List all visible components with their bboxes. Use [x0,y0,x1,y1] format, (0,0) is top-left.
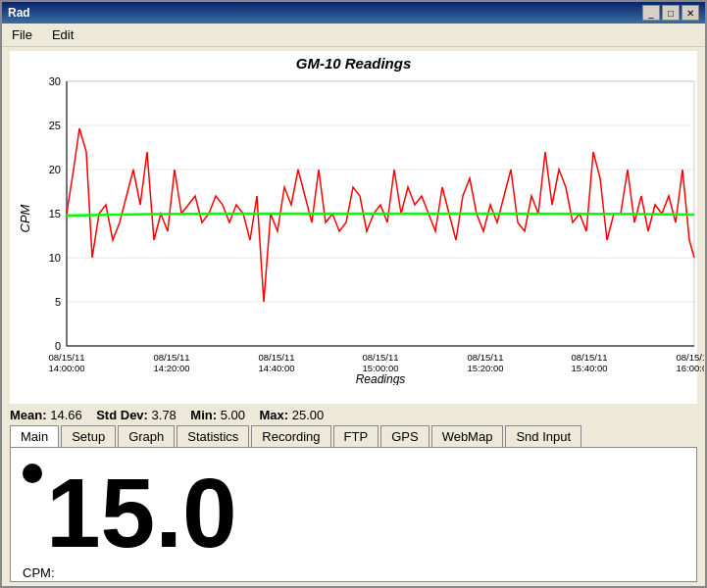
mean-label: Mean: [10,408,47,422]
tab-sndinput[interactable]: Snd Input [505,425,581,448]
chart-area: GM-10 Readings CPM 0 5 10 15 20 [10,51,697,404]
svg-text:15: 15 [49,208,61,220]
svg-text:16:00:00: 16:00:00 [677,363,704,373]
menu-bar: File Edit [2,24,705,47]
window-controls: _ □ ✕ [642,5,699,21]
mean-value: 14.66 [50,408,82,422]
svg-text:08/15/11: 08/15/11 [468,352,504,363]
tab-recording[interactable]: Recording [251,425,330,448]
svg-text:0: 0 [55,340,61,352]
tab-webmap[interactable]: WebMap [431,425,504,448]
tab-statistics[interactable]: Statistics [177,425,249,448]
dot-indicator [23,464,42,483]
main-display: 15.0 CPM: [11,448,696,581]
title-bar: Rad _ □ ✕ [2,2,705,24]
tab-gps[interactable]: GPS [380,425,429,448]
tab-content: 15.0 CPM: [10,447,697,582]
min-value: 5.00 [221,408,245,422]
max-label: Max: [259,408,288,422]
svg-text:08/15/11: 08/15/11 [572,352,608,363]
svg-text:14:20:00: 14:20:00 [154,363,190,373]
tab-setup[interactable]: Setup [61,425,116,448]
minimize-button[interactable]: _ [642,5,660,21]
main-window: Rad _ □ ✕ File Edit GM-10 Readings CPM 0… [0,0,707,588]
tabs-bar: Main Setup Graph Statistics Recording FT… [2,424,705,447]
svg-text:14:00:00: 14:00:00 [49,363,85,373]
svg-text:30: 30 [49,75,61,87]
tab-ftp[interactable]: FTP [333,425,379,448]
svg-text:08/15/11: 08/15/11 [49,352,85,363]
svg-text:08/15/11: 08/15/11 [677,352,704,363]
svg-text:14:40:00: 14:40:00 [259,363,295,373]
svg-text:08/15/11: 08/15/11 [363,352,399,363]
svg-text:5: 5 [55,296,61,308]
tab-main[interactable]: Main [10,425,59,448]
chart-svg: CPM 0 5 10 15 20 25 30 [18,72,704,385]
menu-edit[interactable]: Edit [46,25,79,44]
svg-text:20: 20 [49,164,61,175]
menu-file[interactable]: File [6,25,38,44]
maximize-button[interactable]: □ [662,5,680,21]
cpm-label: CPM: [23,565,684,580]
tab-graph[interactable]: Graph [118,425,175,448]
svg-text:Readings: Readings [356,372,406,385]
svg-text:CPM: CPM [18,204,32,232]
max-value: 25.00 [292,408,325,422]
svg-text:08/15/11: 08/15/11 [259,352,295,363]
stats-bar: Mean: 14.66 Std Dev: 3.78 Min: 5.00 Max:… [2,406,705,424]
svg-text:15:20:00: 15:20:00 [468,363,504,373]
min-label: Min: [190,408,217,422]
cpm-display: 15.0 [46,464,237,562]
svg-text:15:40:00: 15:40:00 [572,363,608,373]
svg-text:10: 10 [49,252,61,264]
window-title: Rad [8,6,30,20]
svg-text:25: 25 [49,120,61,131]
stddev-label: Std Dev: [96,408,148,422]
svg-text:08/15/11: 08/15/11 [154,352,190,363]
close-button[interactable]: ✕ [682,5,699,21]
stddev-value: 3.78 [152,408,177,422]
chart-title: GM-10 Readings [10,51,697,72]
